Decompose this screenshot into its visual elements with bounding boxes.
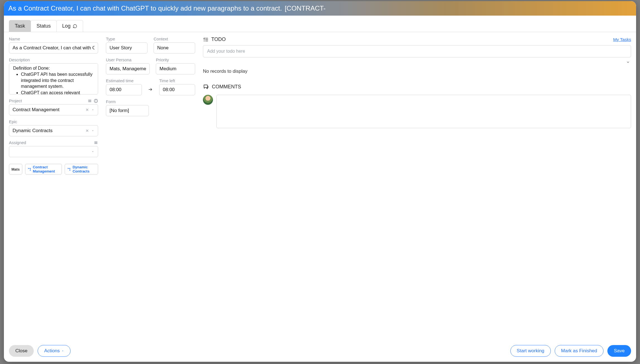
field-context: Context None <box>154 37 195 54</box>
clear-icon[interactable]: ✕ <box>86 128 89 133</box>
footer: Close Actions Start working Mark as Fini… <box>4 340 636 362</box>
mark-finished-button[interactable]: Mark as Finished <box>555 345 603 357</box>
context-select[interactable]: None <box>154 42 195 54</box>
field-time-left: Time left <box>159 78 195 95</box>
svg-point-11 <box>30 170 30 170</box>
field-form: Form [No form] <box>106 99 149 116</box>
comment-input[interactable] <box>216 95 631 128</box>
chevron-down-icon <box>91 129 94 132</box>
title-bar: As a Contract Creator, I can chat with C… <box>4 1 636 16</box>
field-project: Project Contract Management ✕ <box>9 98 98 115</box>
comments-header: COMMENTS <box>203 84 631 90</box>
my-tasks-link[interactable]: My Tasks <box>613 37 631 42</box>
tabs: Task Status Log <box>4 16 636 32</box>
estimated-time-input[interactable] <box>106 84 142 95</box>
name-input[interactable] <box>9 42 98 54</box>
info-icon[interactable] <box>94 99 98 103</box>
svg-point-12 <box>68 168 69 169</box>
tab-task[interactable]: Task <box>9 20 31 32</box>
priority-select[interactable]: Medium <box>156 63 195 74</box>
field-epic: Epic Dynamic Contracts ✕ <box>9 119 98 136</box>
field-priority: Priority Medium <box>156 57 195 74</box>
field-type: Type User Story <box>106 37 147 54</box>
field-estimated-time: Estimated time <box>106 78 142 95</box>
modal-title: As a Contract Creator, I can chat with C… <box>8 4 282 12</box>
svg-point-14 <box>70 170 70 170</box>
tag-project[interactable]: Contract Management <box>25 164 62 174</box>
content: Name Description Definition of Done: Cha… <box>4 32 636 340</box>
chevron-down-icon <box>91 150 94 153</box>
svg-point-13 <box>70 168 70 169</box>
avatar <box>203 95 213 105</box>
tag-epic[interactable]: Dynamic Contracts <box>65 164 98 174</box>
user-persona-select[interactable]: Mats, Manageme <box>106 63 150 74</box>
list-icon[interactable] <box>88 99 92 103</box>
description-input[interactable]: Definition of Done: ChatGPT API has been… <box>9 63 98 94</box>
refresh-icon[interactable] <box>73 24 77 28</box>
arrow-right-icon <box>148 84 153 95</box>
project-select[interactable]: Contract Management ✕ <box>9 104 98 115</box>
comments-icon <box>203 84 209 90</box>
checklist-icon <box>203 37 209 42</box>
time-left-input[interactable] <box>159 84 195 95</box>
field-user-persona: User Persona Mats, Manageme <box>106 57 150 74</box>
start-working-button[interactable]: Start working <box>510 345 551 357</box>
field-assigned: Assigned <box>9 140 98 157</box>
task-modal: As a Contract Creator, I can chat with C… <box>4 1 636 362</box>
chevron-down-icon <box>91 108 94 111</box>
tags-row: Mats Contract Management Dynamic Contrac… <box>9 164 98 174</box>
form-select[interactable]: [No form] <box>106 105 149 116</box>
chevron-down-icon <box>61 350 64 352</box>
todo-header: TODO My Tasks <box>203 37 631 42</box>
field-name: Name <box>9 37 98 54</box>
assigned-select[interactable] <box>9 146 98 157</box>
svg-point-5 <box>96 100 96 100</box>
todo-empty: No records to display <box>203 69 631 74</box>
tab-status[interactable]: Status <box>31 20 57 32</box>
clear-icon[interactable]: ✕ <box>86 108 89 112</box>
actions-button[interactable]: Actions <box>38 345 71 357</box>
modal-issue-key: [CONTRACT- <box>285 4 326 12</box>
svg-point-9 <box>28 168 29 169</box>
todo-input[interactable]: Add your todo here <box>203 45 631 57</box>
close-button[interactable]: Close <box>9 345 34 357</box>
type-select[interactable]: User Story <box>106 42 147 54</box>
hierarchy-icon <box>67 168 71 171</box>
hierarchy-icon <box>28 168 31 171</box>
field-description: Description Definition of Done: ChatGPT … <box>9 57 98 94</box>
save-button[interactable]: Save <box>607 345 631 357</box>
list-icon[interactable] <box>94 140 98 145</box>
epic-select[interactable]: Dynamic Contracts ✕ <box>9 125 98 136</box>
tag-mats[interactable]: Mats <box>9 164 22 174</box>
chevron-down-icon[interactable] <box>626 60 630 64</box>
svg-point-10 <box>30 168 30 169</box>
tab-log[interactable]: Log <box>56 20 83 32</box>
